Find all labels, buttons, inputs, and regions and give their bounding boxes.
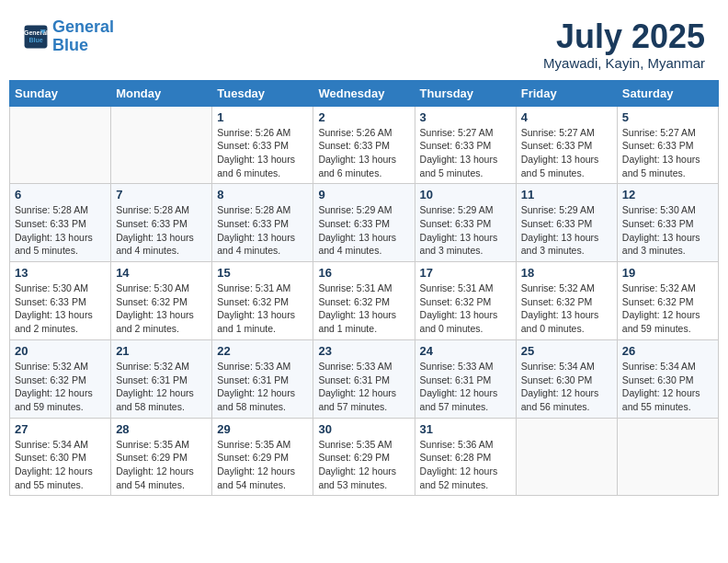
title-section: July 2025 Myawadi, Kayin, Myanmar bbox=[543, 18, 705, 71]
calendar-cell: 25Sunrise: 5:34 AM Sunset: 6:30 PM Dayli… bbox=[516, 339, 617, 418]
day-info: Sunrise: 5:27 AM Sunset: 6:33 PM Dayligh… bbox=[420, 126, 511, 180]
day-info: Sunrise: 5:31 AM Sunset: 6:32 PM Dayligh… bbox=[318, 282, 409, 336]
day-number: 22 bbox=[217, 344, 308, 358]
day-number: 18 bbox=[521, 266, 612, 280]
day-number: 6 bbox=[15, 188, 106, 201]
day-number: 3 bbox=[420, 110, 511, 124]
day-number: 11 bbox=[521, 188, 612, 201]
day-number: 19 bbox=[622, 266, 713, 280]
day-number: 5 bbox=[622, 110, 713, 124]
day-number: 28 bbox=[116, 422, 207, 436]
calendar-cell: 22Sunrise: 5:33 AM Sunset: 6:31 PM Dayli… bbox=[212, 339, 313, 418]
month-year-title: July 2025 bbox=[543, 18, 705, 55]
day-number: 17 bbox=[420, 266, 511, 280]
day-info: Sunrise: 5:26 AM Sunset: 6:33 PM Dayligh… bbox=[217, 126, 308, 180]
day-number: 31 bbox=[420, 422, 511, 436]
logo-icon: General Blue bbox=[23, 24, 49, 50]
day-info: Sunrise: 5:29 AM Sunset: 6:33 PM Dayligh… bbox=[318, 203, 409, 258]
calendar-week-2: 6Sunrise: 5:28 AM Sunset: 6:33 PM Daylig… bbox=[10, 184, 719, 262]
calendar-cell: 14Sunrise: 5:30 AM Sunset: 6:32 PM Dayli… bbox=[111, 262, 212, 340]
day-info: Sunrise: 5:28 AM Sunset: 6:33 PM Dayligh… bbox=[116, 203, 207, 258]
calendar-cell: 7Sunrise: 5:28 AM Sunset: 6:33 PM Daylig… bbox=[111, 184, 212, 262]
calendar-cell bbox=[617, 418, 718, 496]
calendar-header-row: SundayMondayTuesdayWednesdayThursdayFrid… bbox=[10, 80, 719, 106]
day-info: Sunrise: 5:29 AM Sunset: 6:33 PM Dayligh… bbox=[521, 203, 612, 258]
calendar-cell: 27Sunrise: 5:34 AM Sunset: 6:30 PM Dayli… bbox=[10, 418, 111, 496]
day-header-sunday: Sunday bbox=[10, 80, 111, 106]
calendar-week-3: 13Sunrise: 5:30 AM Sunset: 6:33 PM Dayli… bbox=[10, 262, 719, 340]
day-header-monday: Monday bbox=[111, 80, 212, 106]
day-info: Sunrise: 5:30 AM Sunset: 6:33 PM Dayligh… bbox=[622, 203, 713, 258]
calendar-cell: 1Sunrise: 5:26 AM Sunset: 6:33 PM Daylig… bbox=[212, 106, 313, 184]
day-info: Sunrise: 5:32 AM Sunset: 6:32 PM Dayligh… bbox=[521, 282, 612, 336]
day-info: Sunrise: 5:27 AM Sunset: 6:33 PM Dayligh… bbox=[622, 126, 713, 180]
day-header-saturday: Saturday bbox=[617, 80, 718, 106]
day-info: Sunrise: 5:34 AM Sunset: 6:30 PM Dayligh… bbox=[15, 438, 106, 492]
day-header-wednesday: Wednesday bbox=[313, 80, 415, 106]
day-info: Sunrise: 5:34 AM Sunset: 6:30 PM Dayligh… bbox=[622, 360, 713, 414]
logo: General Blue GeneralBlue bbox=[23, 18, 114, 55]
day-number: 7 bbox=[116, 188, 207, 201]
day-number: 4 bbox=[521, 110, 612, 124]
calendar-week-1: 1Sunrise: 5:26 AM Sunset: 6:33 PM Daylig… bbox=[10, 106, 719, 184]
calendar-week-5: 27Sunrise: 5:34 AM Sunset: 6:30 PM Dayli… bbox=[10, 418, 719, 496]
calendar-cell: 28Sunrise: 5:35 AM Sunset: 6:29 PM Dayli… bbox=[111, 418, 212, 496]
calendar-cell: 17Sunrise: 5:31 AM Sunset: 6:32 PM Dayli… bbox=[415, 262, 516, 340]
day-info: Sunrise: 5:29 AM Sunset: 6:33 PM Dayligh… bbox=[420, 203, 511, 258]
calendar-cell: 20Sunrise: 5:32 AM Sunset: 6:32 PM Dayli… bbox=[10, 339, 111, 418]
calendar-cell: 4Sunrise: 5:27 AM Sunset: 6:33 PM Daylig… bbox=[516, 106, 617, 184]
calendar-cell: 9Sunrise: 5:29 AM Sunset: 6:33 PM Daylig… bbox=[313, 184, 415, 262]
calendar-cell: 18Sunrise: 5:32 AM Sunset: 6:32 PM Dayli… bbox=[516, 262, 617, 340]
page-header: General Blue GeneralBlue July 2025 Myawa… bbox=[9, 9, 719, 75]
day-number: 15 bbox=[217, 266, 308, 280]
calendar-cell: 31Sunrise: 5:36 AM Sunset: 6:28 PM Dayli… bbox=[415, 418, 516, 496]
calendar-cell: 24Sunrise: 5:33 AM Sunset: 6:31 PM Dayli… bbox=[415, 339, 516, 418]
day-info: Sunrise: 5:32 AM Sunset: 6:32 PM Dayligh… bbox=[622, 282, 713, 336]
calendar-cell: 16Sunrise: 5:31 AM Sunset: 6:32 PM Dayli… bbox=[313, 262, 415, 340]
calendar-cell bbox=[10, 106, 111, 184]
calendar-cell: 13Sunrise: 5:30 AM Sunset: 6:33 PM Dayli… bbox=[10, 262, 111, 340]
calendar-cell: 5Sunrise: 5:27 AM Sunset: 6:33 PM Daylig… bbox=[617, 106, 718, 184]
calendar-cell: 8Sunrise: 5:28 AM Sunset: 6:33 PM Daylig… bbox=[212, 184, 313, 262]
day-info: Sunrise: 5:33 AM Sunset: 6:31 PM Dayligh… bbox=[420, 360, 511, 414]
day-number: 1 bbox=[217, 110, 308, 124]
calendar-cell bbox=[516, 418, 617, 496]
calendar-table: SundayMondayTuesdayWednesdayThursdayFrid… bbox=[9, 80, 719, 497]
calendar-week-4: 20Sunrise: 5:32 AM Sunset: 6:32 PM Dayli… bbox=[10, 339, 719, 418]
day-number: 25 bbox=[521, 344, 612, 358]
calendar-cell bbox=[111, 106, 212, 184]
calendar-cell: 15Sunrise: 5:31 AM Sunset: 6:32 PM Dayli… bbox=[212, 262, 313, 340]
calendar-cell: 19Sunrise: 5:32 AM Sunset: 6:32 PM Dayli… bbox=[617, 262, 718, 340]
day-number: 9 bbox=[318, 188, 409, 201]
svg-text:Blue: Blue bbox=[28, 37, 42, 43]
day-number: 21 bbox=[116, 344, 207, 358]
calendar-cell: 21Sunrise: 5:32 AM Sunset: 6:31 PM Dayli… bbox=[111, 339, 212, 418]
day-number: 27 bbox=[15, 422, 106, 436]
calendar-cell: 30Sunrise: 5:35 AM Sunset: 6:29 PM Dayli… bbox=[313, 418, 415, 496]
day-number: 26 bbox=[622, 344, 713, 358]
calendar-cell: 2Sunrise: 5:26 AM Sunset: 6:33 PM Daylig… bbox=[313, 106, 415, 184]
day-info: Sunrise: 5:31 AM Sunset: 6:32 PM Dayligh… bbox=[217, 282, 308, 336]
day-info: Sunrise: 5:35 AM Sunset: 6:29 PM Dayligh… bbox=[217, 438, 308, 492]
calendar-cell: 11Sunrise: 5:29 AM Sunset: 6:33 PM Dayli… bbox=[516, 184, 617, 262]
day-number: 13 bbox=[15, 266, 106, 280]
location-subtitle: Myawadi, Kayin, Myanmar bbox=[543, 55, 705, 71]
calendar-cell: 23Sunrise: 5:33 AM Sunset: 6:31 PM Dayli… bbox=[313, 339, 415, 418]
day-info: Sunrise: 5:33 AM Sunset: 6:31 PM Dayligh… bbox=[318, 360, 409, 414]
day-info: Sunrise: 5:28 AM Sunset: 6:33 PM Dayligh… bbox=[217, 203, 308, 258]
day-number: 12 bbox=[622, 188, 713, 201]
day-info: Sunrise: 5:27 AM Sunset: 6:33 PM Dayligh… bbox=[521, 126, 612, 180]
day-number: 30 bbox=[318, 422, 409, 436]
day-info: Sunrise: 5:32 AM Sunset: 6:32 PM Dayligh… bbox=[15, 360, 106, 414]
day-info: Sunrise: 5:30 AM Sunset: 6:33 PM Dayligh… bbox=[15, 282, 106, 336]
day-number: 24 bbox=[420, 344, 511, 358]
day-info: Sunrise: 5:31 AM Sunset: 6:32 PM Dayligh… bbox=[420, 282, 511, 336]
day-number: 8 bbox=[217, 188, 308, 201]
calendar-cell: 29Sunrise: 5:35 AM Sunset: 6:29 PM Dayli… bbox=[212, 418, 313, 496]
day-number: 29 bbox=[217, 422, 308, 436]
day-number: 14 bbox=[116, 266, 207, 280]
day-number: 16 bbox=[318, 266, 409, 280]
day-info: Sunrise: 5:35 AM Sunset: 6:29 PM Dayligh… bbox=[318, 438, 409, 492]
day-info: Sunrise: 5:36 AM Sunset: 6:28 PM Dayligh… bbox=[420, 438, 511, 492]
day-info: Sunrise: 5:30 AM Sunset: 6:32 PM Dayligh… bbox=[116, 282, 207, 336]
